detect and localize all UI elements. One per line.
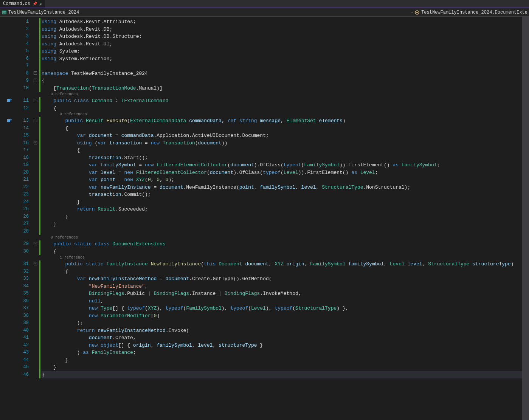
code-line[interactable]: document.Create,	[42, 334, 522, 342]
change-marker	[39, 327, 40, 335]
code-line[interactable]: "NewFamilyInstance",	[42, 283, 522, 290]
code-line[interactable]: );	[42, 319, 522, 327]
code-line[interactable]: var newFamilyInstanceMethod = document.C…	[42, 275, 522, 283]
line-number: 31	[15, 260, 29, 268]
code-line[interactable]: var familySymbol = new FilteredElementCo…	[42, 161, 522, 169]
code-line[interactable]: var document = commandData.Application.A…	[42, 132, 522, 139]
change-marker	[39, 298, 40, 305]
code-suggestion-icon[interactable]	[7, 118, 12, 123]
fold-toggle[interactable]: −	[34, 242, 37, 245]
code-line[interactable]: {	[42, 147, 522, 154]
change-marker	[39, 117, 40, 125]
codelens-reference[interactable]: 0 references	[42, 92, 522, 97]
code-line[interactable]: var newFamilyInstance = document.NewFami…	[42, 184, 522, 191]
code-line[interactable]: }	[42, 220, 522, 228]
change-marker	[39, 161, 40, 169]
change-marker	[39, 240, 40, 248]
change-marker	[39, 125, 40, 132]
line-number: 7	[15, 62, 29, 70]
codelens-reference[interactable]: 0 references	[42, 112, 522, 117]
nav-scope-right[interactable]: ▾ TestNewFamilyInstance_2024.DocumentExt…	[411, 10, 527, 15]
code-line[interactable]: transaction.Commit();	[42, 191, 522, 198]
code-line[interactable]: using Autodesk.Revit.UI;	[42, 40, 522, 48]
code-line[interactable]: public static class DocumentExtensions	[42, 240, 522, 248]
chevron-down-icon[interactable]: ▾	[411, 11, 413, 14]
line-number: 11	[15, 97, 29, 105]
line-number: 45	[15, 364, 29, 371]
change-marker	[39, 85, 40, 92]
code-line[interactable]: return Result.Succeeded;	[42, 206, 522, 213]
code-area[interactable]: using Autodesk.Revit.Attributes;using Au…	[41, 17, 522, 420]
fold-toggle[interactable]: −	[34, 119, 37, 122]
code-line[interactable]: public class Command : IExternalCommand	[42, 97, 522, 105]
close-icon[interactable]: ✕	[39, 2, 42, 6]
tab-bar: Command.cs 📌 ✕	[0, 0, 529, 8]
line-number: 28	[15, 228, 29, 236]
code-line[interactable]: var point = new XYZ(0, 0, 0);	[42, 176, 522, 184]
code-line[interactable]: new ParameterModifier[0]	[42, 312, 522, 320]
line-number: 8	[15, 70, 29, 77]
line-number: 12	[15, 105, 29, 112]
change-marker	[39, 364, 40, 371]
line-number: 9	[15, 77, 29, 85]
code-line[interactable]: using Autodesk.Revit.DB;	[42, 26, 522, 33]
svg-rect-5	[7, 119, 10, 122]
code-line[interactable]: {	[42, 125, 522, 132]
editor[interactable]: 1234567891011121314151617181920212223242…	[0, 17, 529, 420]
line-number: 14	[15, 125, 29, 132]
code-line[interactable]: namespace TestNewFamilyInstance_2024	[42, 70, 522, 77]
line-number: 17	[15, 147, 29, 154]
code-line[interactable]: public static FamilyInstance NewFamilyIn…	[42, 260, 522, 268]
code-line[interactable]: {	[42, 105, 522, 112]
code-line[interactable]: {	[42, 248, 522, 256]
fold-toggle[interactable]: −	[34, 79, 37, 82]
nav-member-text: TestNewFamilyInstance_2024.DocumentExte	[421, 10, 527, 15]
code-line[interactable]: return newFamilyInstanceMethod.Invoke(	[42, 327, 522, 335]
vertical-scrollbar[interactable]	[522, 17, 529, 420]
code-line[interactable]: BindingFlags.Public | BindingFlags.Insta…	[42, 290, 522, 298]
class-icon	[414, 10, 420, 15]
code-line[interactable]	[42, 228, 522, 236]
line-number: 15	[15, 132, 29, 139]
code-line[interactable]: new object[] { origin, familySymbol, lev…	[42, 342, 522, 349]
line-number: 4	[15, 40, 29, 48]
code-line[interactable]: {	[42, 77, 522, 85]
code-line[interactable]: using System;	[42, 48, 522, 55]
file-tab[interactable]: Command.cs 📌 ✕	[0, 0, 45, 8]
code-line[interactable]: }	[42, 356, 522, 364]
code-line[interactable]: }	[42, 364, 522, 371]
change-marker	[39, 260, 40, 268]
code-line[interactable]: new Type[] { typeof(XYZ), typeof(FamilyS…	[42, 305, 522, 312]
fold-toggle[interactable]: −	[34, 99, 37, 102]
code-line[interactable]: null,	[42, 298, 522, 305]
line-number: 10	[15, 85, 29, 92]
change-marker	[39, 248, 40, 256]
navigation-bar: C# TestNewFamilyInstance_2024 ▾ TestNewF…	[0, 8, 529, 17]
code-line[interactable]: transaction.Start();	[42, 154, 522, 162]
code-line[interactable]: var level = new FilteredElementCollector…	[42, 169, 522, 177]
codelens-reference[interactable]: 0 references	[42, 235, 522, 240]
code-line[interactable]: [Transaction(TransactionMode.Manual)]	[42, 85, 522, 92]
code-line[interactable]: ) as FamilyInstance;	[42, 349, 522, 356]
glyph-margin	[0, 17, 15, 420]
nav-scope-left[interactable]: C# TestNewFamilyInstance_2024	[2, 10, 79, 15]
change-marker	[39, 139, 40, 147]
code-suggestion-icon[interactable]	[7, 98, 12, 103]
code-line[interactable]: }	[42, 213, 522, 221]
change-marker	[39, 319, 40, 327]
change-marker	[39, 77, 40, 85]
code-line[interactable]: using Autodesk.Revit.DB.Structure;	[42, 33, 522, 40]
fold-toggle[interactable]: −	[34, 141, 37, 144]
code-line[interactable]: using Autodesk.Revit.Attributes;	[42, 18, 522, 26]
code-line[interactable]: {	[42, 268, 522, 276]
code-line[interactable]: }	[42, 198, 522, 206]
code-line[interactable]	[42, 62, 522, 70]
code-line[interactable]: public Result Execute(ExternalCommandDat…	[42, 117, 522, 125]
codelens-reference[interactable]: 1 reference	[42, 255, 522, 260]
code-line[interactable]: }	[42, 371, 522, 379]
code-line[interactable]: using (var transaction = new Transaction…	[42, 139, 522, 147]
fold-toggle[interactable]: −	[34, 71, 37, 75]
pin-icon[interactable]: 📌	[33, 2, 37, 6]
code-line[interactable]: using System.Reflection;	[42, 55, 522, 63]
fold-toggle[interactable]: −	[34, 262, 37, 265]
